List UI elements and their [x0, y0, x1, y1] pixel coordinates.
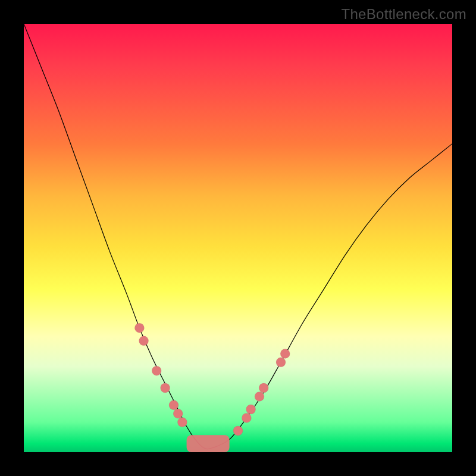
markers-right-cluster — [233, 349, 290, 436]
scatter-marker — [276, 358, 286, 367]
scatter-marker — [280, 349, 290, 358]
scatter-marker — [161, 383, 170, 393]
chart-overlay — [24, 24, 452, 452]
scatter-marker — [259, 383, 268, 393]
scatter-marker — [233, 426, 243, 436]
scatter-marker — [139, 336, 149, 346]
scatter-marker — [177, 418, 187, 427]
scatter-marker — [134, 323, 144, 333]
scatter-marker — [169, 400, 178, 410]
valley-band — [187, 435, 230, 452]
chart-frame: TheBottleneck.com — [0, 0, 476, 476]
plot-area — [24, 24, 452, 452]
watermark-text: TheBottleneck.com — [341, 6, 466, 23]
scatter-marker — [246, 405, 256, 414]
scatter-marker — [255, 392, 264, 401]
bottleneck-curve — [24, 24, 452, 449]
scatter-marker — [152, 366, 161, 375]
scatter-marker — [173, 409, 183, 418]
scatter-marker — [242, 413, 251, 422]
